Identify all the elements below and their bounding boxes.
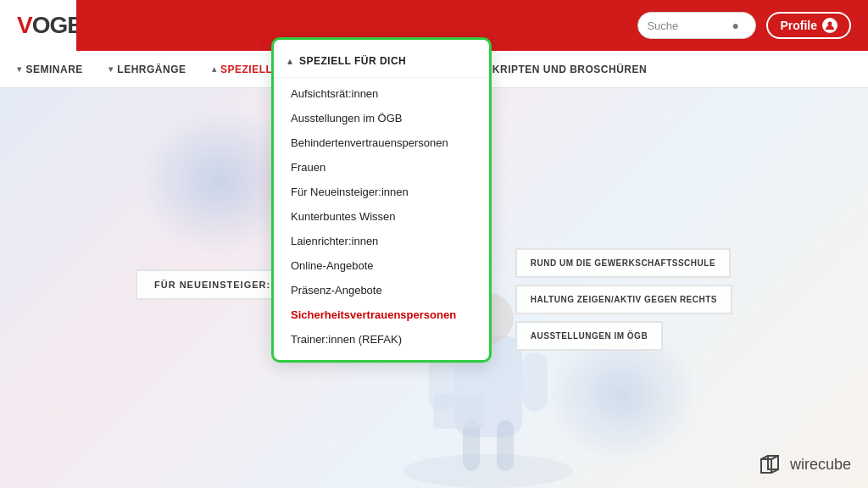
dropdown-title: SPEZIELL FÜR DICH: [299, 55, 406, 67]
dropdown-item-aufsichtsrat[interactable]: Aufsichtsrät:innen: [274, 81, 489, 106]
dropdown-menu-wrapper: ▴ SPEZIELL FÜR DICH Aufsichtsrät:innen A…: [271, 37, 492, 363]
dropdown-item-laienrichter[interactable]: Laienrichter:innen: [274, 229, 489, 253]
dropdown-item-neueinsteiger[interactable]: Für Neueinsteiger:innen: [274, 180, 489, 204]
dropdown-menu: ▴ SPEZIELL FÜR DICH Aufsichtsrät:innen A…: [271, 37, 492, 363]
dropdown-item-online-angebote[interactable]: Online-Angebote: [274, 253, 489, 278]
dropdown-item-sicherheitsvertrauenspersonen[interactable]: Sicherheitsvertrauenspersonen: [274, 302, 489, 327]
dropdown-item-trainer[interactable]: Trainer:innen (REFAK): [274, 327, 489, 352]
dropdown-item-praesenz-angebote[interactable]: Präsenz-Angebote: [274, 278, 489, 302]
dropdown-item-ausstellungen[interactable]: Ausstellungen im ÖGB: [274, 106, 489, 130]
dropdown-header: ▴ SPEZIELL FÜR DICH: [274, 48, 489, 78]
chevron-up-icon: ▴: [287, 55, 292, 67]
dropdown-item-frauen[interactable]: Frauen: [274, 155, 489, 180]
page-wrapper: VOGB ● Profile ▾ SEMINARE ▾ LEHRGÄNGE: [0, 0, 868, 488]
dropdown-item-behindertenvertrauenspersonen[interactable]: Behindertenvertrauenspersonen: [274, 130, 489, 155]
dropdown-item-kunterbuntes[interactable]: Kunterbuntes Wissen: [274, 204, 489, 229]
